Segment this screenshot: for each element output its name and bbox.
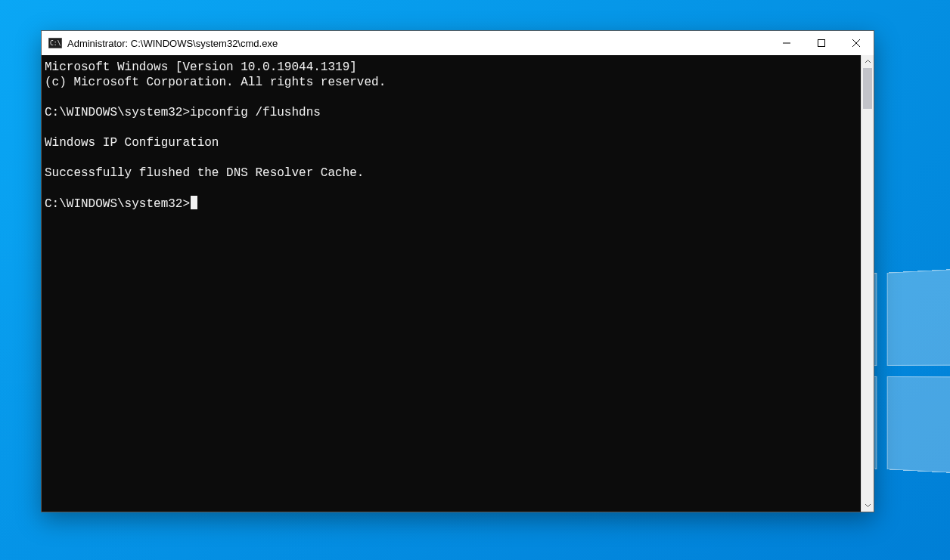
- window-controls: [769, 31, 874, 55]
- console-line: (c) Microsoft Corporation. All rights re…: [45, 75, 858, 90]
- svg-rect-3: [818, 40, 825, 47]
- console-line: [45, 150, 858, 166]
- scrollbar-track[interactable]: [862, 68, 874, 499]
- chevron-down-icon: [865, 502, 871, 509]
- text-cursor: [191, 196, 197, 209]
- close-button[interactable]: [839, 31, 874, 55]
- cmd-window: C:\ Administrator: C:\WINDOWS\system32\c…: [41, 30, 874, 512]
- vertical-scrollbar[interactable]: [861, 55, 874, 512]
- console-line: [45, 120, 858, 135]
- console-line: C:\WINDOWS\system32>: [45, 196, 858, 212]
- console-line: Successfully flushed the DNS Resolver Ca…: [45, 166, 858, 181]
- scrollbar-thumb[interactable]: [863, 68, 872, 109]
- console-line: Windows IP Configuration: [45, 135, 858, 150]
- window-client-area: Microsoft Windows [Version 10.0.19044.13…: [42, 55, 874, 512]
- cmd-app-icon: C:\: [48, 37, 63, 49]
- window-title: Administrator: C:\WINDOWS\system32\cmd.e…: [67, 38, 278, 49]
- scroll-down-button[interactable]: [862, 499, 874, 512]
- desktop-background: C:\ Administrator: C:\WINDOWS\system32\c…: [0, 0, 950, 560]
- chevron-up-icon: [865, 58, 871, 65]
- close-icon: [852, 39, 860, 47]
- maximize-icon: [818, 39, 825, 47]
- maximize-button[interactable]: [804, 31, 839, 55]
- minimize-icon: [783, 39, 790, 47]
- console-line: C:\WINDOWS\system32>ipconfig /flushdns: [45, 105, 858, 120]
- scroll-up-button[interactable]: [862, 55, 874, 68]
- console-line: Microsoft Windows [Version 10.0.19044.13…: [45, 60, 858, 75]
- titlebar[interactable]: C:\ Administrator: C:\WINDOWS\system32\c…: [42, 31, 874, 55]
- svg-text:C:\: C:\: [50, 40, 61, 47]
- minimize-button[interactable]: [769, 31, 804, 55]
- console-line: [45, 90, 858, 105]
- console-line: [45, 181, 858, 196]
- console-output[interactable]: Microsoft Windows [Version 10.0.19044.13…: [42, 55, 861, 512]
